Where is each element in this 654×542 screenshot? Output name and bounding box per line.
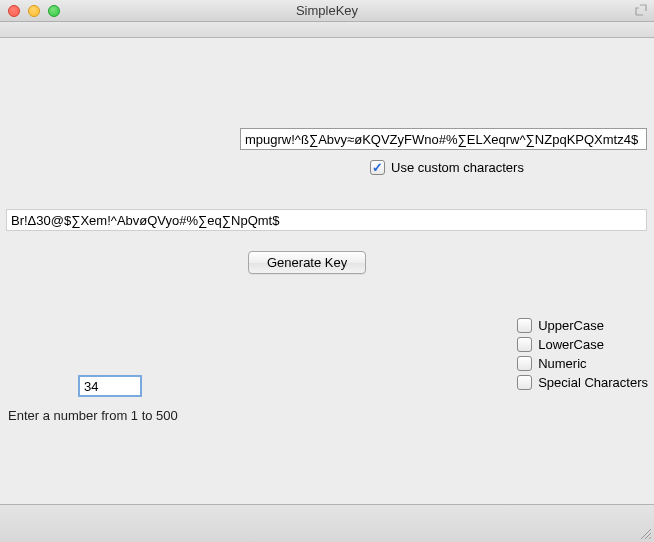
minimize-icon[interactable] (28, 5, 40, 17)
content-area: Use custom characters Generate Key Upper… (0, 38, 654, 500)
window-titlebar: SimpleKey (0, 0, 654, 22)
numeric-checkbox[interactable] (517, 356, 532, 371)
window-title: SimpleKey (0, 3, 654, 18)
zoom-icon[interactable] (48, 5, 60, 17)
use-custom-characters-label: Use custom characters (391, 160, 524, 175)
lowercase-checkbox[interactable] (517, 337, 532, 352)
maximize-icon[interactable] (634, 3, 648, 17)
resize-grip-icon[interactable] (638, 526, 652, 540)
custom-characters-input[interactable] (240, 128, 647, 150)
toolbar-strip (0, 22, 654, 38)
window-footer (0, 504, 654, 542)
option-uppercase: UpperCase (517, 318, 648, 333)
lowercase-label: LowerCase (538, 337, 604, 352)
length-input[interactable] (78, 375, 142, 397)
option-special: Special Characters (517, 375, 648, 390)
svg-line-2 (649, 537, 651, 539)
use-custom-characters-checkbox[interactable] (370, 160, 385, 175)
close-icon[interactable] (8, 5, 20, 17)
special-characters-checkbox[interactable] (517, 375, 532, 390)
uppercase-checkbox[interactable] (517, 318, 532, 333)
option-lowercase: LowerCase (517, 337, 648, 352)
uppercase-label: UpperCase (538, 318, 604, 333)
option-numeric: Numeric (517, 356, 648, 371)
generate-key-button[interactable]: Generate Key (248, 251, 366, 274)
generated-key-output[interactable] (6, 209, 647, 231)
character-options: UpperCase LowerCase Numeric Special Char… (517, 318, 648, 390)
length-hint-label: Enter a number from 1 to 500 (8, 408, 178, 423)
numeric-label: Numeric (538, 356, 586, 371)
special-characters-label: Special Characters (538, 375, 648, 390)
traffic-lights (0, 5, 60, 17)
use-custom-characters-row: Use custom characters (370, 160, 524, 175)
